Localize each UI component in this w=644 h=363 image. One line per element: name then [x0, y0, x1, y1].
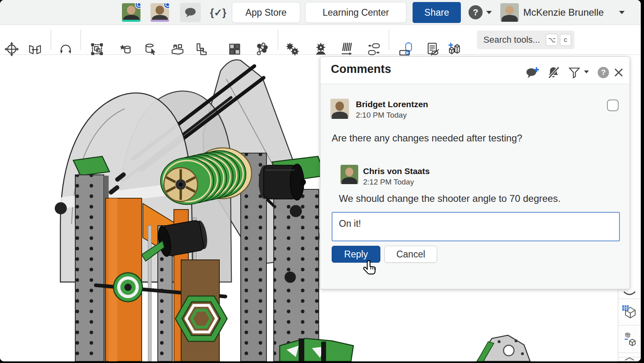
- filter-caret-icon[interactable]: [584, 71, 589, 73]
- avatar-photo: [127, 6, 135, 14]
- toolbar-separator: [389, 30, 389, 50]
- user-menu[interactable]: McKenzie Brunelle: [523, 0, 604, 25]
- tool-mate-connector-button[interactable]: [26, 40, 44, 58]
- tool-exploded-view-button[interactable]: [253, 40, 271, 58]
- bom-list-icon: [425, 42, 440, 56]
- tool-edit-in-context-button[interactable]: [142, 40, 160, 58]
- view-cube-icon: [621, 304, 638, 320]
- panel-handle-button[interactable]: [618, 289, 641, 299]
- comment-author-avatar: [341, 165, 358, 184]
- tool-linear-pattern-button[interactable]: [225, 40, 244, 58]
- presence-bar: [151, 20, 169, 22]
- comments-toggle-button[interactable]: [180, 3, 201, 22]
- help-menu-button[interactable]: ?: [469, 5, 483, 19]
- tool-replicate-button[interactable]: [365, 40, 383, 58]
- cube-partial-icon: [624, 357, 635, 361]
- avatar-photo: [155, 6, 164, 14]
- avatar-photo: [342, 177, 357, 184]
- comment-author-name: Bridget Lorentzen: [356, 100, 428, 109]
- add-comment-button[interactable]: [526, 66, 539, 79]
- group-parts-icon: [170, 42, 185, 56]
- shortcut-key-c: c: [560, 34, 571, 46]
- mate-connector-icon: [28, 42, 42, 56]
- insert-icon: [118, 42, 132, 56]
- user-menu-caret-icon[interactable]: [619, 11, 625, 14]
- add-comment-icon: [526, 66, 539, 79]
- comment-text: Are there any changes needed after testi…: [332, 133, 613, 144]
- tool-bom-button[interactable]: [423, 40, 442, 58]
- help-caret-icon[interactable]: [486, 11, 492, 14]
- rack-icon: [339, 42, 354, 56]
- toolbar-separator: [51, 30, 51, 50]
- l-parts-icon: [194, 42, 209, 56]
- app-store-button[interactable]: App Store: [232, 2, 300, 23]
- filter-icon: [568, 66, 581, 79]
- help-icon: ?: [473, 7, 478, 18]
- comments-panel: Comments: [320, 56, 630, 289]
- tool-mate-button[interactable]: [283, 40, 302, 58]
- tool-named-positions-button[interactable]: [445, 40, 464, 58]
- pattern-icon: [227, 42, 242, 56]
- user-avatar[interactable]: [500, 3, 519, 22]
- gear-stand-icon: [314, 42, 328, 56]
- tool-group-button[interactable]: [168, 40, 187, 58]
- tool-move-button[interactable]: [2, 40, 21, 58]
- app-store-label: App Store: [246, 7, 287, 18]
- avatar-photo: [332, 112, 348, 119]
- belt-icon: [399, 42, 413, 56]
- reply-input[interactable]: On it!: [332, 212, 620, 241]
- search-tools-input[interactable]: Search tools... ⌥ c: [477, 31, 574, 49]
- replicate-cylinders-icon: [367, 42, 381, 56]
- move-icon: [4, 42, 19, 56]
- resolve-comment-checkbox[interactable]: [607, 100, 619, 111]
- comment-timestamp: 2:12 PM Today: [363, 178, 414, 187]
- help-icon: ?: [598, 67, 609, 78]
- comment-author-avatar: [330, 99, 349, 119]
- close-comments-button[interactable]: [612, 66, 625, 79]
- reply-button-label: Reply: [344, 249, 368, 260]
- isolate-part-icon: [621, 331, 638, 347]
- user-name: McKenzie Brunelle: [523, 7, 604, 18]
- comment-text: We should change the shooter angle to 70…: [339, 193, 621, 204]
- panel-handle-icon: [623, 291, 636, 297]
- mute-notifications-button[interactable]: [547, 66, 560, 79]
- learning-center-label: Learning Center: [323, 7, 389, 18]
- isolate-part-button[interactable]: [618, 326, 641, 353]
- two-gears-icon: [285, 42, 300, 56]
- share-button[interactable]: Share: [413, 2, 461, 23]
- cancel-button[interactable]: Cancel: [384, 246, 437, 263]
- onshape-app: {✓} App Store Learning Center Share ? Mc…: [0, 0, 641, 361]
- search-tools-placeholder: Search tools...: [483, 35, 544, 45]
- tool-fasten-button[interactable]: [192, 40, 211, 58]
- rotate-icon: [58, 42, 73, 56]
- chat-bubble-icon: [184, 7, 197, 18]
- cancel-button-label: Cancel: [396, 249, 425, 260]
- tool-rotate-button[interactable]: [56, 40, 75, 58]
- named-positions-icon: [447, 42, 462, 56]
- presence-bar: [122, 20, 140, 22]
- avatar-photo: [505, 6, 514, 14]
- share-label: Share: [424, 7, 449, 18]
- tool-transform-button[interactable]: [88, 40, 106, 58]
- shortcut-key-option: ⌥: [546, 34, 558, 46]
- learning-center-button[interactable]: Learning Center: [305, 2, 407, 23]
- onshape-badge-icon: [135, 3, 140, 9]
- tasks-button[interactable]: {✓}: [208, 3, 229, 22]
- tool-gear-relation-button[interactable]: [312, 40, 330, 58]
- view-cube-button[interactable]: [618, 299, 641, 326]
- top-bar: {✓} App Store Learning Center Share ? Mc…: [0, 0, 641, 25]
- avatar-photo: [335, 102, 344, 111]
- tasks-icon: {✓}: [210, 7, 226, 19]
- tool-insert-button[interactable]: [116, 40, 134, 58]
- comment-author-name: Chris von Staats: [363, 166, 430, 176]
- collaborator-avatar-2[interactable]: [151, 3, 169, 22]
- filter-comments-button[interactable]: [568, 66, 581, 79]
- next-panel-button[interactable]: [618, 357, 641, 361]
- tool-rack-and-pinion-button[interactable]: [337, 40, 356, 58]
- comments-help-button[interactable]: ?: [597, 66, 610, 79]
- collaborator-avatar-1[interactable]: [122, 3, 140, 22]
- avatar-photo: [502, 15, 518, 22]
- comment-timestamp: 2:10 PM Today: [356, 111, 407, 120]
- tool-belt-button[interactable]: [397, 40, 415, 58]
- comments-panel-header: Comments: [320, 57, 630, 84]
